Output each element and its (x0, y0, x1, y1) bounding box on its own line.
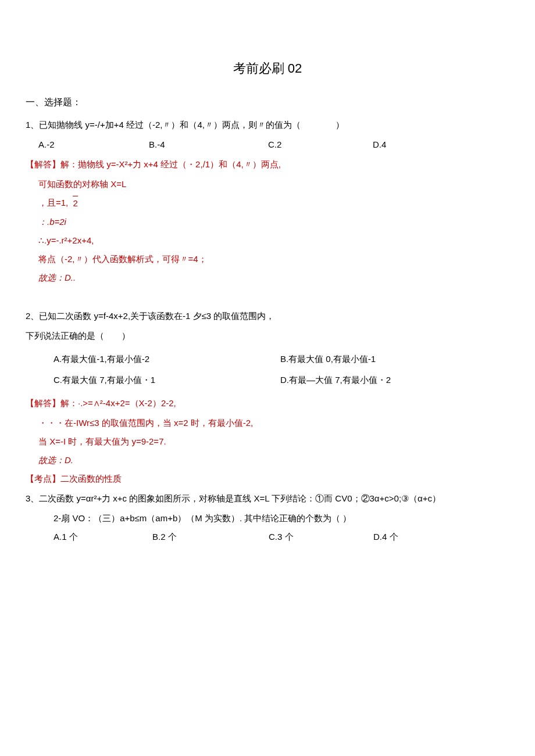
q2-stem-a: 2、已知二次函数 y=f-4x+2,关于该函数在-1 夕≤3 的取值范围内， (26, 309, 509, 323)
q2-solution-line3: 当 X=-I 时，有最大值为 y=9-2=7. (38, 435, 509, 449)
q1-solution-line4: ：.b=2i (38, 215, 509, 229)
q1-frac-top: ，且=1, (38, 198, 68, 207)
q2-solution-line4: 故选：D. (38, 453, 509, 467)
q1-solution-line7: 故选：D.. (38, 271, 509, 285)
q1-frac-bot: 2 (73, 196, 77, 210)
q2-option-c: C.有最大值 7,有最小值・1 (54, 373, 257, 387)
q1-option-b: B.-4 (149, 138, 268, 152)
q3-lines: 2-扇 VO：（三）a+b≤m（am+b）（M 为实数）. 其中结论正确的个数为… (26, 511, 509, 525)
q3-line2: 2-扇 VO：（三）a+b≤m（am+b）（M 为实数）. 其中结论正确的个数为… (54, 511, 509, 525)
q3-option-c: C.3 个 (269, 530, 373, 544)
spacer (26, 289, 509, 306)
section-1-heading: 一、选择题： (26, 95, 509, 110)
q2-stem-b: 下列说法正确的是（ ） (26, 329, 509, 343)
q3-option-d: D.4 个 (373, 530, 443, 544)
q1-solution-line6: 将点（-2,〃）代入函数解析式，可得〃=4； (38, 252, 509, 266)
q1-option-a: A.-2 (38, 138, 149, 152)
page-title: 考前必刷 02 (26, 58, 509, 78)
q2-solution-line2: ・・・在-IWr≤3 的取值范围内，当 x=2 时，有最小值-2, (38, 416, 509, 430)
q2-option-a: A.有最大值-1,有最小值-2 (54, 352, 257, 366)
q3-options: A.1 个 B.2 个 C.3 个 D.4 个 (54, 530, 509, 544)
document-page: 考前必刷 02 一、选择题： 1、已知抛物线 y=-/+加+4 经过（-2,〃）… (0, 0, 535, 573)
q2-solution-line1: 【解答】解：·.>=∧²-4x+2=（X-2）2-2, (26, 396, 509, 410)
q1-solution-line5: ∴.y=-.r²+2x+4, (38, 234, 509, 248)
q1-solution-line1: 【解答】解：抛物线 y=-X²+力 x+4 经过（・2,/1）和（4,〃）两点, (26, 157, 509, 171)
q3-stem: 3、二次函数 y=αr²+力 x+c 的图象如图所示，对称轴是直线 X=L 下列… (26, 492, 509, 506)
fraction-icon: 2 (73, 196, 77, 210)
q1-stem: 1、已知抛物线 y=-/+加+4 经过（-2,〃）和（4,〃）两点，则〃的值为（… (26, 118, 509, 132)
q1-solution-line2: 可知函数的对称轴 X=L (38, 177, 509, 191)
q2-point: 【考点】二次函数的性质 (26, 472, 509, 486)
q3-option-b: B.2 个 (152, 530, 269, 544)
q1-options: A.-2 B.-4 C.2 D.4 (38, 138, 509, 152)
q1-option-c: C.2 (268, 138, 373, 152)
q2-option-b: B.有最大值 0,有最小值-1 (280, 352, 484, 366)
q1-solution-fraction: ，且=1, 2 (38, 196, 509, 211)
q2-options: A.有最大值-1,有最小值-2 B.有最大值 0,有最小值-1 C.有最大值 7… (54, 349, 507, 390)
q2-option-d: D.有最—大值 7,有最小值・2 (280, 373, 484, 387)
q1-option-d: D.4 (373, 138, 443, 152)
q3-option-a: A.1 个 (54, 530, 152, 544)
